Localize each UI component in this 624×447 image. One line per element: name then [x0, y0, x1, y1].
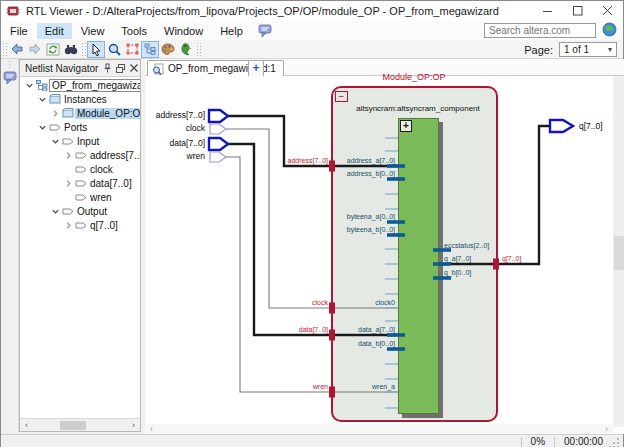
tree-item-ports[interactable]: Ports	[20, 120, 140, 134]
expand-component-icon[interactable]: +	[400, 120, 412, 132]
float-panel-icon[interactable]	[114, 62, 127, 75]
back-button[interactable]	[8, 41, 26, 58]
feedback-icon[interactable]	[257, 24, 273, 38]
tree-item-label: OP_from_megawizard	[49, 79, 140, 92]
globe-search-button[interactable]	[601, 22, 618, 39]
component-pin-label-data-a[interactable]: data_a[7..0]	[358, 326, 395, 333]
chevron-spacer	[63, 164, 74, 175]
module-instance-label[interactable]: Module_OP:OP	[354, 72, 474, 82]
scroll-left-icon[interactable]: ‹	[20, 420, 33, 430]
feedback-icon[interactable]	[2, 71, 18, 85]
minimize-button[interactable]	[533, 1, 563, 21]
component-pin-label-byteena-b[interactable]: byteena_b[0..0]	[347, 226, 395, 233]
component-pin-label-q-b[interactable]: q_b[0..0]	[444, 269, 471, 276]
tree-item-output[interactable]: Output	[20, 204, 140, 218]
input-port-label-address[interactable]: address[7..0]	[156, 110, 205, 120]
close-panel-icon[interactable]	[127, 62, 140, 75]
component-pin-label-q-a[interactable]: q_a[7..0]	[444, 255, 471, 262]
input-port-label-clock[interactable]: clock	[186, 123, 205, 133]
component-pin-label-address-a[interactable]: address_a[7..0]	[347, 157, 395, 164]
maximize-button[interactable]	[563, 1, 593, 21]
tree-item-clock[interactable]: clock	[20, 162, 140, 176]
chevron-right-icon[interactable]	[63, 220, 74, 231]
tree-item-label: q[7..0]	[88, 220, 120, 231]
input-port-label-wren[interactable]: wren	[187, 151, 205, 161]
toolbar-separator	[196, 42, 201, 57]
menu-edit[interactable]: Edit	[37, 23, 72, 39]
menu-file[interactable]: File	[2, 23, 36, 39]
canvas-horizontal-scrollbar[interactable]: ‹ ›	[145, 424, 613, 434]
tree-item-op-from-megawizard[interactable]: OP_from_megawizard	[20, 78, 140, 92]
panel-header[interactable]: Netlist Navigator	[20, 60, 140, 77]
module-pin-label-data[interactable]: data[7..0]	[299, 326, 328, 333]
resize-grip[interactable]	[609, 436, 621, 447]
color-settings-button[interactable]	[159, 41, 177, 58]
component-pin-label-byteena-a[interactable]: byteena_a[0..0]	[347, 213, 395, 220]
tree-item-address[interactable]: address[7..0]	[20, 148, 140, 162]
navigator-horizontal-scrollbar[interactable]: ‹ ›	[20, 418, 140, 431]
chevron-down-icon[interactable]	[50, 136, 61, 147]
toolbar-separator	[81, 42, 86, 57]
rtl-viewer-window: RTL Viewer - D:/AlteraProjects/from_lipo…	[0, 0, 624, 447]
menu-tools[interactable]: Tools	[113, 23, 155, 39]
input-port-label-data[interactable]: data[7..0]	[170, 138, 205, 148]
bird-tool-button[interactable]	[177, 41, 195, 58]
dock-handle[interactable]	[8, 60, 12, 68]
scroll-right-icon[interactable]: ›	[600, 424, 613, 434]
scroll-left-icon[interactable]: ‹	[145, 424, 158, 434]
chevron-spacer	[63, 192, 74, 203]
scroll-right-icon[interactable]: ›	[127, 420, 140, 430]
selection-tool-button[interactable]	[87, 41, 105, 58]
component-label[interactable]: altsyncram:altsyncram_component	[338, 104, 498, 113]
new-tab-button[interactable]: +	[248, 60, 264, 76]
forward-button[interactable]	[26, 41, 44, 58]
page-select[interactable]: 1 of 1 ▾	[559, 42, 617, 57]
component-pin-label-eccstatus[interactable]: eccstatus[2..0]	[444, 242, 489, 249]
menu-window[interactable]: Window	[156, 23, 211, 39]
port-icon	[61, 206, 75, 217]
canvas-vertical-scrollbar[interactable]	[613, 76, 624, 427]
palette-icon	[161, 43, 175, 55]
tree-item-q[interactable]: q[7..0]	[20, 218, 140, 232]
zoom-tool-button[interactable]	[105, 41, 123, 58]
component-pin-label-wren-a[interactable]: wren_a	[372, 383, 395, 390]
tree-item-label: Input	[75, 136, 101, 147]
netlist-navigator-toggle-button[interactable]	[141, 41, 159, 58]
tree-item-label: Ports	[62, 122, 89, 133]
module-pin-label-address[interactable]: address[7..0]	[288, 157, 328, 164]
module-pin-label-wren[interactable]: wren	[313, 383, 328, 390]
output-port-label-q[interactable]: q[7..0]	[579, 121, 603, 131]
module-pin-label-clock[interactable]: clock	[312, 299, 328, 306]
tree-item-module-op[interactable]: Module_OP:OP	[20, 106, 140, 120]
altsyncram-component-box[interactable]	[398, 118, 439, 414]
close-button[interactable]	[593, 1, 623, 21]
menu-view[interactable]: View	[73, 23, 113, 39]
fit-view-button[interactable]	[123, 41, 141, 58]
component-pin-label-clock0[interactable]: clock0	[375, 299, 395, 306]
tree-item-instances[interactable]: Instances	[20, 92, 140, 106]
scrollbar-thumb[interactable]	[60, 421, 86, 430]
menu-help[interactable]: Help	[212, 23, 251, 39]
module-pin-label-q[interactable]: q[7..0]	[502, 255, 521, 262]
component-pin-label-address-b[interactable]: address_b[0..0]	[347, 170, 395, 177]
tree-item-wren[interactable]: wren	[20, 190, 140, 204]
search-input[interactable]	[484, 23, 596, 38]
scrollbar-thumb[interactable]	[614, 236, 624, 270]
pin-icon[interactable]	[101, 62, 114, 75]
menu-bar: File Edit View Tools Window Help	[1, 21, 623, 40]
chevron-down-icon[interactable]	[37, 94, 48, 105]
tree-item-label: Output	[75, 206, 109, 217]
chevron-down-icon[interactable]	[37, 122, 48, 133]
find-button[interactable]	[62, 41, 80, 58]
chevron-right-icon[interactable]	[63, 178, 74, 189]
title-bar[interactable]: RTL Viewer - D:/AlteraProjects/from_lipo…	[1, 1, 623, 21]
chevron-right-icon[interactable]	[50, 108, 61, 119]
chevron-down-icon[interactable]	[24, 80, 35, 91]
chevron-right-icon[interactable]	[63, 150, 74, 161]
tree-item-input[interactable]: Input	[20, 134, 140, 148]
tree-item-data[interactable]: data[7..0]	[20, 176, 140, 190]
chevron-down-icon[interactable]	[50, 206, 61, 217]
refresh-button[interactable]	[44, 41, 62, 58]
collapse-module-icon[interactable]: −	[335, 91, 348, 102]
component-pin-label-data-b[interactable]: data_b[0..0]	[358, 340, 395, 347]
